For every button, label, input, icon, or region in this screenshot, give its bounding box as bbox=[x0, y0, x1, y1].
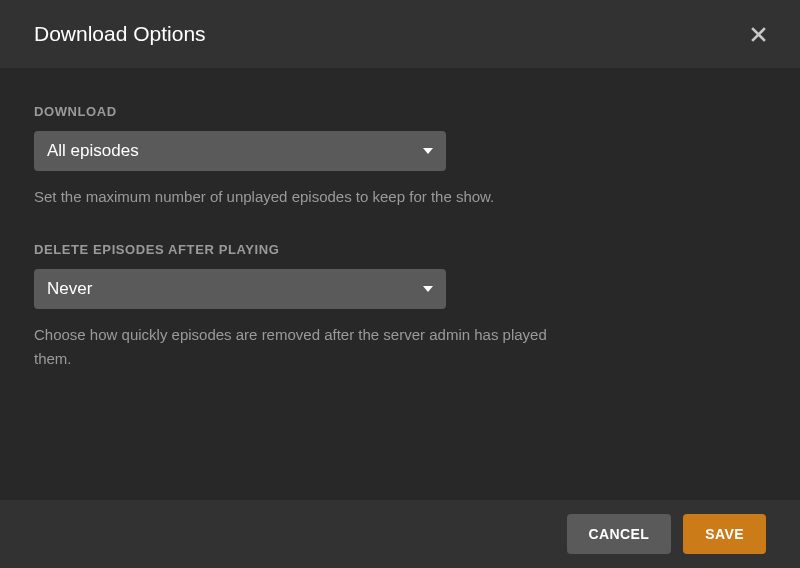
download-options-dialog: Download Options DOWNLOAD All episodes S… bbox=[0, 0, 800, 568]
caret-down-icon bbox=[423, 148, 433, 154]
download-field-group: DOWNLOAD All episodes Set the maximum nu… bbox=[34, 104, 766, 208]
delete-after-playing-field-help: Choose how quickly episodes are removed … bbox=[34, 323, 574, 370]
dialog-footer: CANCEL SAVE bbox=[0, 500, 800, 568]
download-select-value: All episodes bbox=[47, 141, 139, 161]
delete-after-playing-field-group: DELETE EPISODES AFTER PLAYING Never Choo… bbox=[34, 242, 766, 370]
dialog-header: Download Options bbox=[0, 0, 800, 68]
download-select[interactable]: All episodes bbox=[34, 131, 446, 171]
delete-after-playing-field-label: DELETE EPISODES AFTER PLAYING bbox=[34, 242, 766, 257]
dialog-title: Download Options bbox=[34, 22, 206, 46]
download-field-label: DOWNLOAD bbox=[34, 104, 766, 119]
dialog-body: DOWNLOAD All episodes Set the maximum nu… bbox=[0, 68, 800, 500]
delete-after-playing-select[interactable]: Never bbox=[34, 269, 446, 309]
download-field-help: Set the maximum number of unplayed episo… bbox=[34, 185, 574, 208]
cancel-button[interactable]: CANCEL bbox=[567, 514, 672, 554]
delete-after-playing-select-value: Never bbox=[47, 279, 92, 299]
caret-down-icon bbox=[423, 286, 433, 292]
save-button[interactable]: SAVE bbox=[683, 514, 766, 554]
close-icon[interactable] bbox=[748, 24, 768, 44]
